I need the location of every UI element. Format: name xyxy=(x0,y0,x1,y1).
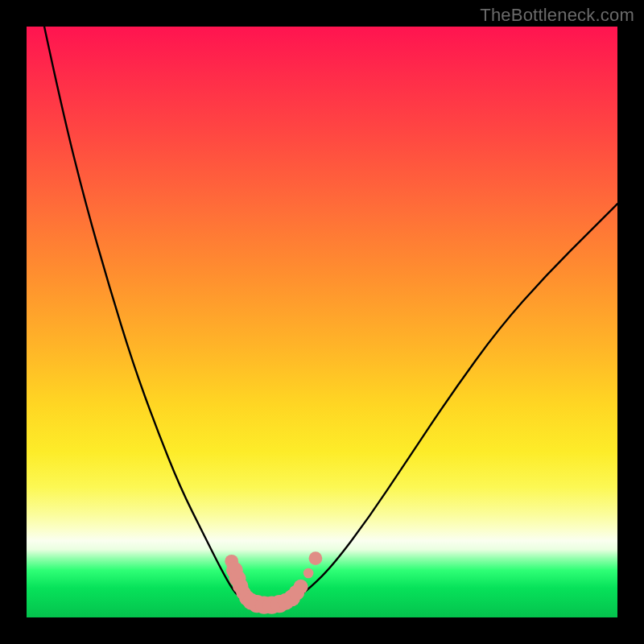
bottleneck-curve xyxy=(44,27,617,605)
valley-marker xyxy=(303,568,314,579)
chart-curve xyxy=(44,27,617,605)
chart-svg xyxy=(27,27,617,617)
chart-plot-area xyxy=(27,27,617,617)
valley-marker xyxy=(309,551,323,565)
valley-marker xyxy=(294,580,308,594)
chart-markers xyxy=(225,551,322,614)
chart-frame: TheBottleneck.com xyxy=(0,0,644,644)
watermark-text: TheBottleneck.com xyxy=(480,5,634,26)
